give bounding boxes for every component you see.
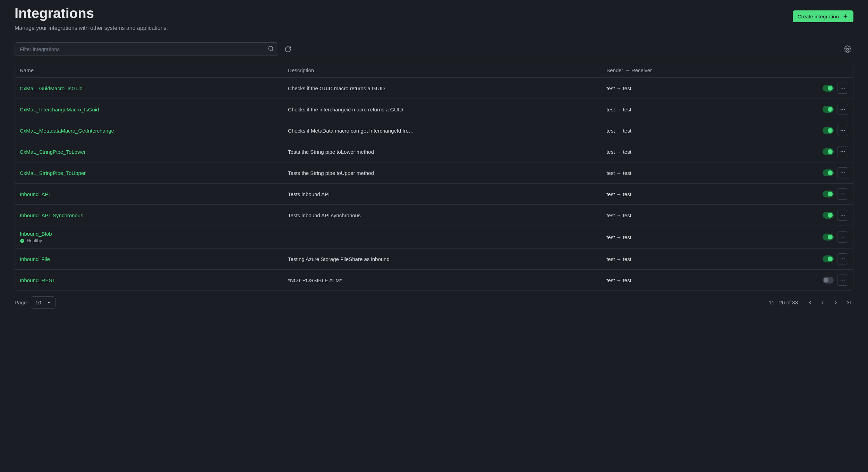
more-actions-button[interactable] (837, 210, 848, 221)
enabled-toggle[interactable] (823, 234, 834, 241)
integration-description: Checks if the interchangeid macro return… (283, 99, 602, 120)
more-actions-button[interactable] (837, 167, 848, 178)
page-subtitle: Manage your integrations with other syst… (15, 25, 853, 31)
ellipsis-icon (840, 128, 845, 133)
svg-point-18 (842, 172, 843, 174)
svg-point-11 (841, 130, 842, 131)
svg-point-4 (846, 48, 849, 50)
table-row: CxMaL_StringPipe_ToUpperTests the String… (15, 162, 853, 184)
refresh-button[interactable] (282, 44, 293, 55)
svg-point-12 (842, 130, 843, 131)
header-name[interactable]: Name (15, 63, 283, 78)
table-row: Inbound_REST*NOT POSSIBLE ATM*test → tes… (15, 270, 853, 291)
svg-point-14 (841, 151, 842, 152)
last-page-button[interactable] (844, 298, 853, 307)
search-input[interactable] (15, 42, 278, 56)
enabled-toggle[interactable] (823, 191, 834, 197)
ellipsis-icon (840, 256, 845, 262)
gear-icon (844, 45, 851, 53)
more-actions-button[interactable] (837, 146, 848, 157)
header-description[interactable]: Description (283, 63, 602, 78)
integrations-table: Name Description Sender → Receiver CxMaL… (15, 63, 853, 291)
enabled-toggle[interactable] (823, 169, 834, 176)
svg-point-16 (844, 151, 845, 152)
integration-name-link[interactable]: CxMaL_StringPipe_ToLower (20, 149, 278, 155)
ellipsis-icon (840, 212, 845, 218)
search-wrapper (15, 42, 278, 56)
create-integration-button[interactable]: Create integration (793, 10, 853, 22)
integration-name-link[interactable]: CxMaL_InterchangeMacro_IsGuid (20, 107, 278, 112)
next-page-button[interactable] (831, 298, 840, 307)
svg-point-25 (844, 215, 845, 216)
enabled-toggle[interactable] (823, 127, 834, 134)
integration-name-link[interactable]: CxMaL_StringPipe_ToUpper (20, 170, 278, 176)
last-page-icon (846, 300, 852, 306)
integration-name-link[interactable]: Inbound_REST (20, 277, 278, 283)
more-actions-button[interactable] (837, 253, 848, 264)
plus-icon (842, 13, 849, 19)
integration-description: Checks if the GUID macro returns a GUID (283, 78, 602, 99)
first-page-button[interactable] (805, 298, 814, 307)
integration-description: Tests the String pipe toLower method (283, 141, 602, 162)
more-actions-button[interactable] (837, 104, 848, 115)
integration-sender-receiver: test → test (602, 120, 752, 141)
integration-description: Testing Azure Storage FileShare as inbou… (283, 248, 602, 270)
header-sender-receiver[interactable]: Sender → Receiver (602, 63, 752, 78)
enabled-toggle[interactable] (823, 106, 834, 113)
page-label: Page (15, 300, 27, 305)
integration-sender-receiver: test → test (602, 248, 752, 270)
integration-sender-receiver: test → test (602, 270, 752, 291)
integration-description: Checks if MetaData macro can get Interch… (283, 120, 602, 141)
integration-name-link[interactable]: Inbound_API (20, 191, 278, 197)
integration-name-link[interactable]: Inbound_Blob (20, 231, 278, 237)
ellipsis-icon (840, 149, 845, 154)
svg-point-32 (844, 259, 845, 260)
ellipsis-icon (840, 107, 845, 112)
integration-name-link[interactable]: Inbound_API_Synchronous (20, 212, 278, 218)
table-row: Inbound_Blob Healthy test → test (15, 226, 853, 248)
enabled-toggle[interactable] (823, 85, 834, 92)
more-actions-button[interactable] (837, 83, 848, 94)
more-actions-button[interactable] (837, 188, 848, 200)
svg-point-8 (841, 109, 842, 110)
integration-name-link[interactable]: Inbound_File (20, 256, 278, 262)
integration-name-link[interactable]: CxMaL_GuidMacro_IsGuid (20, 85, 278, 91)
enabled-toggle[interactable] (823, 277, 834, 284)
integration-description: *NOT POSSIBLE ATM* (283, 270, 602, 291)
integration-name-link[interactable]: CxMaL_MetadataMacro_GetInterchange (20, 128, 278, 134)
enabled-toggle[interactable] (823, 148, 834, 155)
integration-sender-receiver: test → test (602, 226, 752, 248)
svg-point-22 (844, 194, 845, 195)
svg-point-30 (841, 259, 842, 260)
enabled-toggle[interactable] (823, 212, 834, 219)
table-row: CxMaL_InterchangeMacro_IsGuidChecks if t… (15, 99, 853, 120)
first-page-icon (806, 300, 812, 306)
prev-page-button[interactable] (818, 298, 827, 307)
svg-point-20 (841, 194, 842, 195)
page-size-select[interactable]: 10 (31, 296, 56, 309)
enabled-toggle[interactable] (823, 255, 834, 262)
more-actions-button[interactable] (837, 125, 848, 136)
svg-point-7 (844, 88, 845, 89)
integration-description (283, 226, 602, 248)
svg-point-21 (842, 194, 843, 195)
settings-button[interactable] (842, 43, 853, 55)
svg-point-31 (842, 259, 843, 260)
svg-point-29 (844, 237, 845, 238)
chevron-down-icon (47, 301, 51, 305)
integration-sender-receiver: test → test (602, 99, 752, 120)
svg-point-24 (842, 215, 843, 216)
search-icon (268, 45, 274, 53)
chevron-right-icon (833, 300, 839, 306)
more-actions-button[interactable] (837, 275, 848, 286)
table-row: CxMaL_StringPipe_ToLowerTests the String… (15, 141, 853, 162)
integration-sender-receiver: test → test (602, 184, 752, 205)
more-actions-button[interactable] (837, 231, 848, 243)
chevron-left-icon (819, 300, 826, 306)
health-label: Healthy (27, 238, 42, 243)
pagination: Page 10 11 - 20 of 38 (15, 296, 853, 309)
refresh-icon (284, 46, 291, 53)
table-row: Inbound_API_SynchronousTests inbound API… (15, 205, 853, 226)
integration-sender-receiver: test → test (602, 141, 752, 162)
check-circle-icon (20, 238, 25, 243)
